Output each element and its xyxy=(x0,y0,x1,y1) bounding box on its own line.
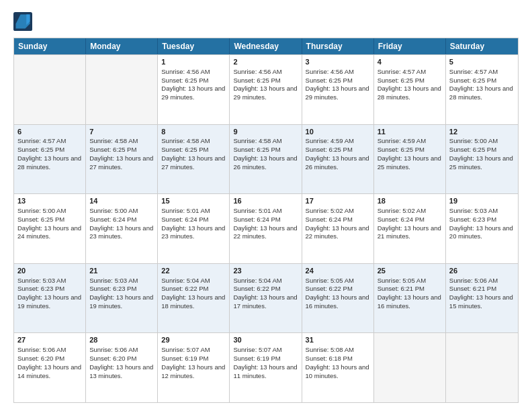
day-info: Sunset: 6:23 PM xyxy=(89,285,154,293)
day-info: Daylight: 13 hours and 27 minutes. xyxy=(89,154,154,172)
day-info: Sunset: 6:24 PM xyxy=(161,216,226,224)
day-info: Sunset: 6:22 PM xyxy=(306,285,370,293)
day-info: Sunrise: 4:58 AM xyxy=(89,137,154,146)
day-info: Daylight: 13 hours and 29 minutes. xyxy=(306,85,370,102)
day-info: Sunset: 6:19 PM xyxy=(233,355,298,363)
day-info: Sunrise: 5:06 AM xyxy=(449,277,515,285)
day-info: Daylight: 13 hours and 25 minutes. xyxy=(449,154,515,172)
day-info: Daylight: 13 hours and 16 minutes. xyxy=(306,293,370,311)
calendar-day-11: 11Sunrise: 4:59 AMSunset: 6:25 PMDayligh… xyxy=(374,125,446,194)
calendar-header: SundayMondayTuesdayWednesdayThursdayFrid… xyxy=(14,38,518,54)
calendar-day-22: 22Sunrise: 5:04 AMSunset: 6:22 PMDayligh… xyxy=(158,264,230,333)
day-info: Sunrise: 5:07 AM xyxy=(233,346,298,355)
day-number: 2 xyxy=(233,57,298,67)
day-info: Sunrise: 4:56 AM xyxy=(161,68,226,77)
calendar-day-1: 1Sunrise: 4:56 AMSunset: 6:25 PMDaylight… xyxy=(158,55,230,124)
calendar-day-2: 2Sunrise: 4:56 AMSunset: 6:25 PMDaylight… xyxy=(230,55,302,124)
weekday-header: Wednesday xyxy=(230,38,302,54)
day-info: Daylight: 13 hours and 20 minutes. xyxy=(449,224,515,242)
day-info: Sunrise: 5:03 AM xyxy=(449,207,515,216)
day-info: Sunrise: 5:07 AM xyxy=(161,346,226,355)
day-info: Sunset: 6:19 PM xyxy=(161,355,226,363)
day-number: 4 xyxy=(378,57,442,67)
day-info: Daylight: 13 hours and 16 minutes. xyxy=(378,293,442,311)
day-info: Daylight: 13 hours and 23 minutes. xyxy=(89,224,154,242)
day-info: Daylight: 13 hours and 15 minutes. xyxy=(449,293,515,311)
day-number: 1 xyxy=(161,57,226,67)
day-number: 9 xyxy=(233,127,298,137)
calendar-day-26: 26Sunrise: 5:06 AMSunset: 6:21 PMDayligh… xyxy=(446,264,518,333)
day-info: Sunrise: 5:04 AM xyxy=(161,277,226,285)
day-info: Daylight: 13 hours and 17 minutes. xyxy=(233,293,298,311)
day-info: Sunrise: 5:01 AM xyxy=(161,207,226,216)
calendar-day-25: 25Sunrise: 5:05 AMSunset: 6:21 PMDayligh… xyxy=(374,264,446,333)
day-info: Sunset: 6:25 PM xyxy=(378,77,442,85)
day-info: Sunset: 6:25 PM xyxy=(17,146,82,154)
day-info: Sunrise: 4:56 AM xyxy=(306,68,370,77)
day-info: Sunset: 6:24 PM xyxy=(378,216,442,224)
day-info: Sunrise: 5:02 AM xyxy=(378,207,442,216)
day-number: 23 xyxy=(233,266,298,276)
day-info: Sunrise: 5:05 AM xyxy=(378,277,442,285)
day-info: Sunset: 6:23 PM xyxy=(17,285,82,293)
calendar-empty-cell xyxy=(86,55,158,124)
day-number: 27 xyxy=(17,335,82,345)
day-info: Sunset: 6:24 PM xyxy=(306,216,370,224)
day-info: Daylight: 13 hours and 23 minutes. xyxy=(161,224,226,242)
calendar: SundayMondayTuesdayWednesdayThursdayFrid… xyxy=(13,38,519,403)
calendar-row: 6Sunrise: 4:57 AMSunset: 6:25 PMDaylight… xyxy=(14,124,518,194)
calendar-empty-cell xyxy=(14,55,86,124)
calendar-row: 1Sunrise: 4:56 AMSunset: 6:25 PMDaylight… xyxy=(14,54,518,124)
day-info: Sunrise: 5:06 AM xyxy=(17,346,82,355)
day-number: 13 xyxy=(17,196,82,206)
day-info: Sunset: 6:21 PM xyxy=(378,285,442,293)
day-number: 3 xyxy=(306,57,370,67)
day-info: Daylight: 13 hours and 29 minutes. xyxy=(161,85,226,102)
day-info: Sunrise: 5:06 AM xyxy=(89,346,154,355)
day-info: Daylight: 13 hours and 11 minutes. xyxy=(233,363,298,381)
day-info: Sunrise: 4:57 AM xyxy=(449,68,515,77)
calendar-row: 27Sunrise: 5:06 AMSunset: 6:20 PMDayligh… xyxy=(14,332,518,402)
day-info: Sunset: 6:22 PM xyxy=(161,285,226,293)
day-info: Daylight: 13 hours and 26 minutes. xyxy=(233,154,298,172)
day-info: Sunset: 6:25 PM xyxy=(17,216,82,224)
day-info: Sunrise: 5:00 AM xyxy=(17,207,82,216)
day-number: 11 xyxy=(378,127,442,137)
header xyxy=(13,12,519,31)
logo xyxy=(13,12,35,31)
calendar-day-16: 16Sunrise: 5:01 AMSunset: 6:24 PMDayligh… xyxy=(230,194,302,263)
calendar-day-28: 28Sunrise: 5:06 AMSunset: 6:20 PMDayligh… xyxy=(86,333,158,402)
day-number: 28 xyxy=(89,335,154,345)
day-info: Sunset: 6:20 PM xyxy=(89,355,154,363)
weekday-header: Tuesday xyxy=(158,38,230,54)
calendar-day-13: 13Sunrise: 5:00 AMSunset: 6:25 PMDayligh… xyxy=(14,194,86,263)
calendar-day-18: 18Sunrise: 5:02 AMSunset: 6:24 PMDayligh… xyxy=(374,194,446,263)
weekday-header: Thursday xyxy=(302,38,374,54)
day-info: Daylight: 13 hours and 14 minutes. xyxy=(17,363,82,381)
day-info: Sunset: 6:21 PM xyxy=(449,285,515,293)
calendar-day-7: 7Sunrise: 4:58 AMSunset: 6:25 PMDaylight… xyxy=(86,125,158,194)
day-info: Sunset: 6:23 PM xyxy=(449,216,515,224)
day-info: Daylight: 13 hours and 25 minutes. xyxy=(378,154,442,172)
day-number: 7 xyxy=(89,127,154,137)
day-info: Sunrise: 5:01 AM xyxy=(233,207,298,216)
day-number: 19 xyxy=(449,196,515,206)
calendar-day-5: 5Sunrise: 4:57 AMSunset: 6:25 PMDaylight… xyxy=(446,55,518,124)
day-info: Sunrise: 4:59 AM xyxy=(378,137,442,146)
day-info: Sunrise: 5:05 AM xyxy=(306,277,370,285)
day-info: Daylight: 13 hours and 10 minutes. xyxy=(306,363,370,381)
day-info: Sunset: 6:25 PM xyxy=(161,146,226,154)
day-info: Sunrise: 4:57 AM xyxy=(17,137,82,146)
calendar-day-14: 14Sunrise: 5:00 AMSunset: 6:24 PMDayligh… xyxy=(86,194,158,263)
day-info: Sunset: 6:20 PM xyxy=(17,355,82,363)
day-info: Sunset: 6:25 PM xyxy=(233,146,298,154)
day-number: 20 xyxy=(17,266,82,276)
day-info: Daylight: 13 hours and 28 minutes. xyxy=(449,85,515,102)
calendar-row: 20Sunrise: 5:03 AMSunset: 6:23 PMDayligh… xyxy=(14,263,518,333)
day-info: Sunset: 6:24 PM xyxy=(233,216,298,224)
day-number: 25 xyxy=(378,266,442,276)
day-number: 26 xyxy=(449,266,515,276)
day-number: 29 xyxy=(161,335,226,345)
day-info: Daylight: 13 hours and 22 minutes. xyxy=(233,224,298,242)
weekday-header: Monday xyxy=(86,38,158,54)
